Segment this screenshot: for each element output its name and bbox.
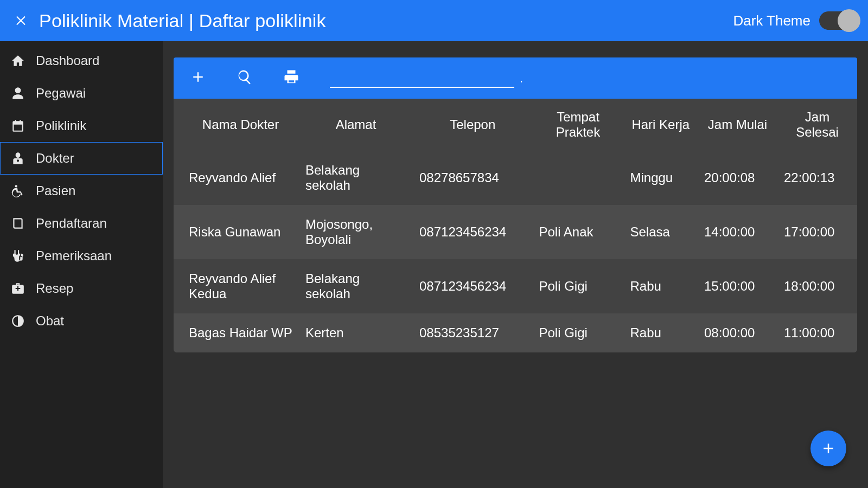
sidebar-item-label: Dashboard bbox=[36, 53, 99, 68]
sidebar-item-pemeriksaan[interactable]: Pemeriksaan bbox=[0, 240, 163, 272]
search-trailing-dot: . bbox=[520, 72, 523, 88]
cell-hari: Minggu bbox=[624, 151, 698, 205]
search-icon bbox=[237, 69, 253, 85]
app-title: Poliklinik Material | Daftar poliklinik bbox=[39, 10, 326, 31]
cell-nama: Reyvando Alief bbox=[174, 151, 299, 205]
cell-jam-mulai: 15:00:00 bbox=[698, 259, 777, 313]
doctor-table-card: Nama Dokter Alamat Telepon Tempat Prakte… bbox=[174, 99, 857, 352]
th-alamat[interactable]: Alamat bbox=[299, 99, 413, 151]
sidebar-item-dokter[interactable]: Dokter bbox=[0, 142, 163, 175]
sidebar-item-pendaftaran[interactable]: Pendaftaran bbox=[0, 207, 163, 240]
cell-hari: Rabu bbox=[624, 259, 698, 313]
cell-telepon: 087123456234 bbox=[413, 259, 533, 313]
cell-alamat: Belakang sekolah bbox=[299, 259, 413, 313]
plus-icon bbox=[190, 69, 206, 85]
fab-add-button[interactable] bbox=[810, 431, 846, 466]
cell-alamat: Belakang sekolah bbox=[299, 151, 413, 205]
doctor-table: Nama Dokter Alamat Telepon Tempat Prakte… bbox=[174, 99, 857, 352]
sidebar-item-label: Pasien bbox=[36, 183, 75, 198]
table-toolbar: . bbox=[174, 57, 857, 99]
doctor-icon bbox=[10, 151, 26, 165]
sidebar-item-label: Pegawai bbox=[36, 86, 86, 101]
th-jammulai[interactable]: Jam Mulai bbox=[698, 99, 777, 151]
sidebar-item-pegawai[interactable]: Pegawai bbox=[0, 77, 163, 110]
sidebar-item-label: Obat bbox=[36, 313, 64, 329]
print-icon bbox=[283, 69, 299, 85]
sidebar-item-resep[interactable]: Resep bbox=[0, 272, 163, 305]
sidebar: DashboardPegawaiPoliklinikDokterPasienPe… bbox=[0, 41, 163, 488]
sidebar-item-pasien[interactable]: Pasien bbox=[0, 175, 163, 207]
sidebar-item-label: Pendaftaran bbox=[36, 216, 107, 231]
th-nama[interactable]: Nama Dokter bbox=[174, 99, 299, 151]
cell-jam-selesai: 17:00:00 bbox=[777, 205, 857, 259]
sidebar-item-label: Resep bbox=[36, 281, 73, 296]
cell-telepon: 087123456234 bbox=[413, 205, 533, 259]
add-button[interactable] bbox=[190, 69, 206, 87]
sidebar-item-label: Pemeriksaan bbox=[36, 248, 112, 264]
dark-theme-label: Dark Theme bbox=[733, 12, 810, 29]
cell-alamat: Mojosongo, Boyolali bbox=[299, 205, 413, 259]
close-button[interactable] bbox=[10, 9, 34, 33]
cell-tempat: Poli Gigi bbox=[533, 259, 624, 313]
dark-theme-toggle[interactable] bbox=[819, 11, 858, 30]
app-bar: Poliklinik Material | Daftar poliklinik … bbox=[0, 0, 868, 41]
contrast-icon bbox=[10, 314, 26, 328]
cell-alamat: Kerten bbox=[299, 313, 413, 352]
home-icon bbox=[10, 54, 26, 68]
cell-jam-mulai: 20:00:08 bbox=[698, 151, 777, 205]
th-telepon[interactable]: Telepon bbox=[413, 99, 533, 151]
cell-nama: Riska Gunawan bbox=[174, 205, 299, 259]
cell-jam-mulai: 14:00:00 bbox=[698, 205, 777, 259]
cell-jam-mulai: 08:00:00 bbox=[698, 313, 777, 352]
search-field-wrap: . bbox=[330, 68, 523, 88]
cell-hari: Rabu bbox=[624, 313, 698, 352]
cell-jam-selesai: 18:00:00 bbox=[777, 259, 857, 313]
cell-tempat: Poli Gigi bbox=[533, 313, 624, 352]
app-bar-right: Dark Theme bbox=[733, 11, 858, 30]
cell-nama: Bagas Haidar WP bbox=[174, 313, 299, 352]
user-icon bbox=[10, 86, 26, 100]
calendar-icon bbox=[10, 119, 26, 133]
sidebar-item-poliklinik[interactable]: Poliklinik bbox=[0, 110, 163, 142]
sidebar-item-label: Dokter bbox=[36, 151, 74, 166]
plus-icon bbox=[820, 440, 837, 457]
search-button[interactable] bbox=[237, 69, 253, 87]
th-jamselesai[interactable]: Jam Selesai bbox=[777, 99, 857, 151]
cell-telepon: 08278657834 bbox=[413, 151, 533, 205]
cell-telepon: 08535235127 bbox=[413, 313, 533, 352]
stethoscope-icon bbox=[10, 249, 26, 263]
sidebar-item-label: Poliklinik bbox=[36, 118, 86, 133]
cell-nama: Reyvando Alief Kedua bbox=[174, 259, 299, 313]
toggle-knob bbox=[838, 9, 860, 32]
sidebar-item-dashboard[interactable]: Dashboard bbox=[0, 44, 163, 77]
close-icon bbox=[15, 14, 29, 28]
medkit-icon bbox=[10, 281, 26, 296]
cell-hari: Selasa bbox=[624, 205, 698, 259]
sidebar-item-obat[interactable]: Obat bbox=[0, 305, 163, 337]
book-icon bbox=[10, 216, 26, 230]
th-hari[interactable]: Hari Kerja bbox=[624, 99, 698, 151]
main-content: . Nama Dokter Alamat Telepon Tempat Prak… bbox=[163, 41, 868, 488]
table-row[interactable]: Reyvando Alief KeduaBelakang sekolah0871… bbox=[174, 259, 857, 313]
wheelchair-icon bbox=[10, 184, 26, 198]
app-bar-left: Poliklinik Material | Daftar poliklinik bbox=[10, 9, 326, 33]
table-row[interactable]: Bagas Haidar WPKerten08535235127Poli Gig… bbox=[174, 313, 857, 352]
table-row[interactable]: Reyvando AliefBelakang sekolah0827865783… bbox=[174, 151, 857, 205]
table-header-row: Nama Dokter Alamat Telepon Tempat Prakte… bbox=[174, 99, 857, 151]
search-input[interactable] bbox=[330, 68, 514, 88]
print-button[interactable] bbox=[283, 69, 299, 87]
cell-tempat bbox=[533, 151, 624, 205]
th-tempat[interactable]: Tempat Praktek bbox=[533, 99, 624, 151]
cell-jam-selesai: 22:00:13 bbox=[777, 151, 857, 205]
cell-jam-selesai: 11:00:00 bbox=[777, 313, 857, 352]
table-row[interactable]: Riska GunawanMojosongo, Boyolali08712345… bbox=[174, 205, 857, 259]
cell-tempat: Poli Anak bbox=[533, 205, 624, 259]
